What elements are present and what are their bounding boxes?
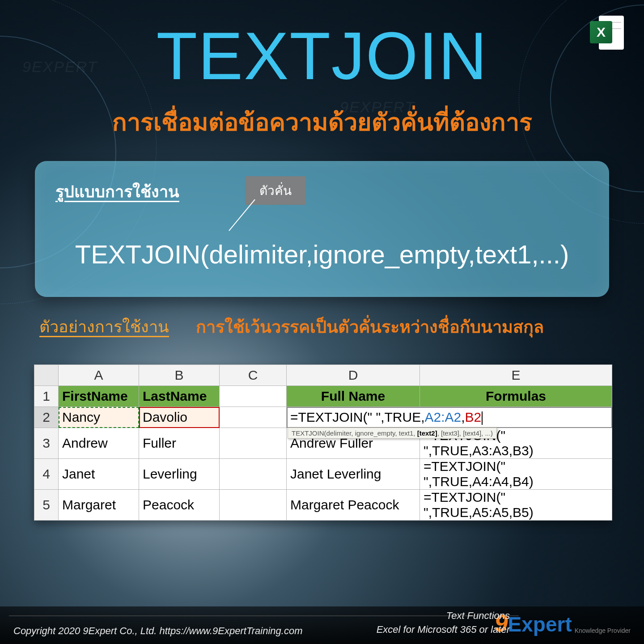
cell[interactable]: Janet bbox=[59, 459, 139, 490]
col-header-B[interactable]: B bbox=[139, 365, 220, 386]
spreadsheet: A B C D E 1 FirstName LastName Full Name… bbox=[34, 364, 610, 521]
footer-meta: Text Functions Excel for Microsoft 365 o… bbox=[377, 609, 510, 637]
syntax-card: รูปแบบการใช้งาน ตัวคั่น TEXTJOIN(delimit… bbox=[35, 161, 609, 297]
cell[interactable]: Davolio bbox=[139, 407, 220, 428]
formula-text: , bbox=[461, 410, 465, 424]
formula-tooltip: TEXTJOIN(delimiter, ignore_empty, text1,… bbox=[288, 428, 497, 439]
cell[interactable]: Leverling bbox=[139, 459, 220, 490]
copyright-text: Copyright 2020 9Expert Co., Ltd. https:/… bbox=[13, 625, 302, 637]
cell[interactable]: Margaret Peacock bbox=[287, 490, 420, 521]
cell[interactable]: =TEXTJOIN(" ",TRUE,A4:A4,B4) bbox=[420, 459, 612, 490]
syntax-formula: TEXTJOIN(delimiter,ignore_empty,text1,..… bbox=[55, 239, 589, 269]
text-caret bbox=[482, 411, 483, 425]
select-all-corner[interactable] bbox=[34, 365, 59, 386]
formula-ref: B2 bbox=[465, 410, 482, 424]
cell[interactable] bbox=[220, 386, 287, 407]
function-category: Text Functions bbox=[377, 609, 510, 623]
row-header[interactable]: 2 bbox=[34, 407, 59, 428]
page-title: TEXTJOIN bbox=[27, 22, 617, 89]
row-header[interactable]: 3 bbox=[34, 428, 59, 459]
formula-text: =TEXTJOIN(" ",TRUE, bbox=[290, 410, 424, 424]
example-description: การใช้เว้นวรรคเป็นตัวคั่นระหว่างชื่อกับน… bbox=[196, 313, 544, 340]
cell[interactable]: Margaret bbox=[59, 490, 139, 521]
logo-text: Expert bbox=[508, 612, 572, 636]
footer: Copyright 2020 9Expert Co., Ltd. https:/… bbox=[0, 606, 644, 644]
col-header-C[interactable]: C bbox=[220, 365, 287, 386]
column-header-row: A B C D E bbox=[34, 365, 612, 386]
cell[interactable] bbox=[220, 459, 287, 490]
row-header[interactable]: 4 bbox=[34, 459, 59, 490]
svg-line-0 bbox=[229, 199, 255, 231]
cell[interactable]: Full Name bbox=[287, 386, 420, 407]
brand-logo: 9 Expert Knowledge Provider bbox=[494, 609, 631, 637]
table-row: 4 Janet Leverling Janet Leverling =TEXTJ… bbox=[34, 459, 612, 490]
cell[interactable]: =TEXTJOIN(" ",TRUE,A5:A5,B5) bbox=[420, 490, 612, 521]
cell[interactable]: Nancy bbox=[59, 407, 139, 428]
example-label: ตัวอย่างการใช้งาน bbox=[39, 314, 169, 339]
col-header-D[interactable]: D bbox=[287, 365, 420, 386]
callout-line bbox=[229, 199, 256, 231]
table-row: 1 FirstName LastName Full Name Formulas bbox=[34, 386, 612, 407]
page-subtitle: การเชื่อมต่อข้อความด้วยตัวคั่นที่ต้องการ bbox=[27, 103, 617, 141]
row-header[interactable]: 1 bbox=[34, 386, 59, 407]
cell[interactable]: Fuller bbox=[139, 428, 220, 459]
cell[interactable]: Formulas bbox=[420, 386, 612, 407]
excel-version: Excel for Microsoft 365 or later bbox=[377, 623, 510, 637]
row-header[interactable]: 5 bbox=[34, 490, 59, 521]
col-header-A[interactable]: A bbox=[59, 365, 139, 386]
cell[interactable] bbox=[220, 490, 287, 521]
cell[interactable] bbox=[220, 428, 287, 459]
cell[interactable] bbox=[220, 407, 287, 428]
table-row: 5 Margaret Peacock Margaret Peacock =TEX… bbox=[34, 490, 612, 521]
table-row: 2 Nancy Davolio =TEXTJOIN(" ",TRUE,A2:A2… bbox=[34, 407, 612, 428]
cell[interactable]: Andrew bbox=[59, 428, 139, 459]
logo-tagline: Knowledge Provider bbox=[575, 627, 631, 634]
cell[interactable]: Janet Leverling bbox=[287, 459, 420, 490]
formula-edit-cell[interactable]: =TEXTJOIN(" ",TRUE,A2:A2,B2 TEXTJOIN(del… bbox=[287, 407, 612, 428]
col-header-E[interactable]: E bbox=[420, 365, 612, 386]
cell[interactable]: LastName bbox=[139, 386, 220, 407]
formula-ref: A2:A2 bbox=[424, 410, 461, 424]
syntax-heading: รูปแบบการใช้งาน bbox=[55, 179, 589, 204]
cell[interactable]: Peacock bbox=[139, 490, 220, 521]
cell[interactable]: FirstName bbox=[59, 386, 139, 407]
